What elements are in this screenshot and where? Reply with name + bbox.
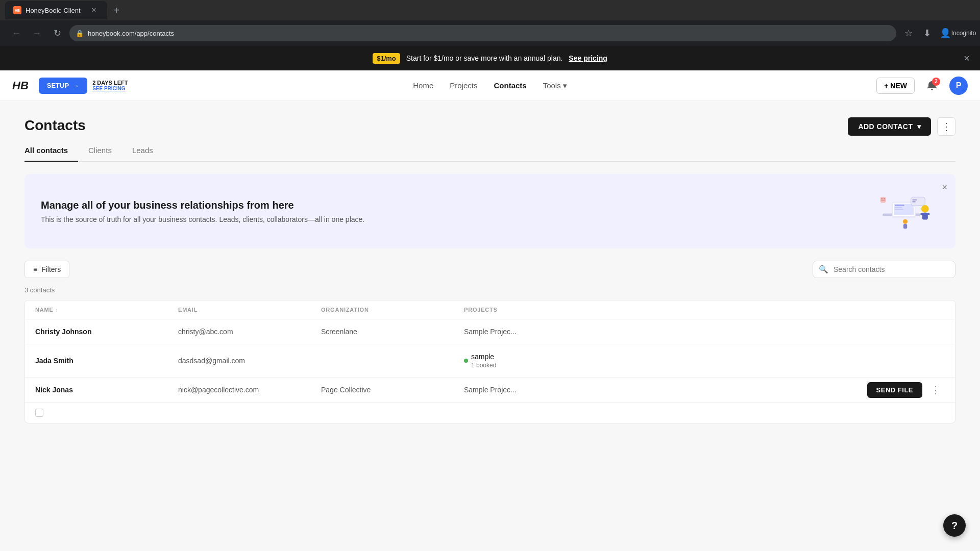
page-header: Contacts ADD CONTACT ▾ ⋮	[24, 117, 955, 136]
sort-name-icon[interactable]: ↕	[56, 307, 59, 313]
see-pricing-header[interactable]: SEE PRICING	[92, 86, 128, 91]
info-banner: Manage all of your business relationship…	[24, 174, 955, 248]
row-actions-nick: SEND FILE ⋮	[867, 382, 945, 398]
tab-title: HoneyBook: Client	[26, 7, 85, 14]
tab-clients[interactable]: Clients	[78, 140, 122, 162]
nav-tools[interactable]: Tools ▾	[543, 81, 567, 90]
nav-home[interactable]: Home	[413, 81, 433, 90]
project-tag-jada: sample 1 booked	[464, 353, 496, 369]
info-banner-close-icon[interactable]: ×	[942, 182, 947, 193]
promo-banner: $1/mo Start for $1/mo or save more with …	[0, 46, 980, 70]
svg-rect-10	[912, 199, 917, 201]
svg-rect-18	[903, 224, 907, 229]
setup-arrow-icon: →	[72, 82, 79, 90]
add-contact-label: ADD CONTACT	[858, 122, 913, 131]
contact-project-christy: Sample Projec...	[464, 328, 945, 336]
tab-all-contacts[interactable]: All contacts	[24, 140, 78, 162]
app-header: HB SETUP → 2 DAYS LEFT SEE PRICING Home …	[0, 70, 980, 101]
svg-rect-15	[920, 213, 924, 215]
search-contacts-wrap: 🔍	[813, 261, 955, 278]
filter-icon: ≡	[33, 265, 37, 273]
contacts-table: NAME ↕ EMAIL ORGANIZATION PROJECTS Chris…	[24, 300, 955, 423]
tab-leads[interactable]: Leads	[122, 140, 163, 162]
svg-rect-19	[880, 197, 886, 203]
col-header-name: NAME ↕	[35, 307, 178, 313]
browser-nav-icons: ☆ ⬇ 👤 Incognito	[900, 25, 972, 41]
svg-rect-8	[895, 209, 903, 210]
table-row: Jada Smith dasdsad@gmail.com sample 1 bo…	[25, 344, 955, 378]
info-banner-subtitle: This is the source of truth for all your…	[41, 215, 364, 223]
project-name-jada: sample	[471, 353, 494, 361]
nav-projects[interactable]: Projects	[450, 81, 477, 90]
help-button[interactable]: ?	[943, 514, 966, 537]
info-banner-illustration	[878, 188, 939, 234]
days-left-text: 2 DAYS LEFT	[92, 80, 128, 86]
page-actions: ADD CONTACT ▾ ⋮	[848, 117, 955, 136]
nav-contacts[interactable]: Contacts	[494, 81, 526, 90]
header-right: + NEW 2 P	[876, 77, 968, 95]
back-button[interactable]: ←	[8, 25, 24, 41]
search-contacts-input[interactable]	[813, 261, 955, 278]
col-header-projects: PROJECTS	[464, 307, 945, 313]
svg-rect-21	[884, 198, 885, 199]
contact-email-jada: dasdsad@gmail.com	[178, 357, 321, 365]
forward-button[interactable]: →	[29, 25, 45, 41]
browser-tabs: HB HoneyBook: Client × +	[0, 0, 980, 20]
col-header-org: ORGANIZATION	[321, 307, 464, 313]
table-header: NAME ↕ EMAIL ORGANIZATION PROJECTS	[25, 300, 955, 319]
browser-chrome: HB HoneyBook: Client × + ← → ↻ 🔒 honeybo…	[0, 0, 980, 46]
project-booked-jada: 1 booked	[471, 362, 496, 369]
new-tab-button[interactable]: +	[109, 3, 124, 17]
info-banner-text: Manage all of your business relationship…	[41, 199, 364, 223]
more-options-button[interactable]: ⋮	[937, 117, 955, 136]
contact-name-jada[interactable]: Jada Smith	[35, 357, 178, 365]
svg-point-13	[921, 205, 929, 213]
promo-badge: $1/mo	[373, 53, 400, 64]
contact-name-nick[interactable]: Nick Jonas	[35, 386, 178, 394]
search-icon: 🔍	[819, 265, 828, 274]
contact-email-nick: nick@pagecollective.com	[178, 386, 321, 394]
contact-org-nick: Page Collective	[321, 386, 464, 394]
notifications-button[interactable]: 2	[923, 77, 941, 95]
setup-button[interactable]: SETUP →	[39, 78, 87, 94]
svg-rect-16	[926, 213, 929, 215]
filters-button[interactable]: ≡ Filters	[24, 261, 69, 278]
app-logo[interactable]: HB	[12, 79, 29, 92]
svg-rect-20	[881, 198, 883, 199]
address-bar[interactable]: 🔒 honeybook.com/app/contacts	[69, 25, 896, 41]
promo-text: Start for $1/mo or save more with an ann…	[406, 54, 563, 62]
table-row: Christy Johnson christy@abc.com Screenla…	[25, 319, 955, 344]
contact-email-christy: christy@abc.com	[178, 328, 321, 336]
new-button[interactable]: + NEW	[876, 78, 915, 94]
bookmark-icon[interactable]: ☆	[900, 25, 917, 41]
days-left: 2 DAYS LEFT SEE PRICING	[92, 80, 128, 91]
send-file-button[interactable]: SEND FILE	[867, 382, 922, 398]
svg-rect-6	[895, 205, 904, 206]
info-banner-title: Manage all of your business relationship…	[41, 199, 364, 211]
contact-name-christy[interactable]: Christy Johnson	[35, 328, 178, 336]
active-tab[interactable]: HB HoneyBook: Client ×	[5, 1, 107, 19]
tab-close-icon[interactable]: ×	[89, 5, 99, 15]
tab-favicon: HB	[13, 6, 21, 14]
see-pricing-link[interactable]: See pricing	[569, 54, 607, 62]
svg-rect-7	[895, 207, 902, 208]
refresh-button[interactable]: ↻	[49, 25, 65, 41]
promo-close-icon[interactable]: ×	[964, 53, 970, 64]
add-contact-chevron-icon: ▾	[917, 122, 921, 131]
row-more-icon[interactable]: ⋮	[926, 382, 945, 398]
tools-chevron-icon: ▾	[563, 81, 567, 90]
page-title: Contacts	[24, 117, 86, 134]
contact-checkbox[interactable]	[35, 409, 43, 417]
svg-rect-22	[881, 201, 885, 201]
avatar[interactable]: P	[949, 77, 968, 95]
svg-rect-11	[912, 202, 915, 203]
main-nav: Home Projects Contacts Tools ▾	[413, 81, 567, 90]
svg-point-17	[903, 219, 908, 224]
col-header-email: EMAIL	[178, 307, 321, 313]
table-row-partial	[25, 403, 955, 423]
notification-badge: 2	[932, 78, 940, 86]
setup-label: SETUP	[47, 82, 69, 89]
svg-rect-9	[911, 197, 925, 206]
add-contact-button[interactable]: ADD CONTACT ▾	[848, 117, 931, 136]
download-icon[interactable]: ⬇	[919, 25, 935, 41]
